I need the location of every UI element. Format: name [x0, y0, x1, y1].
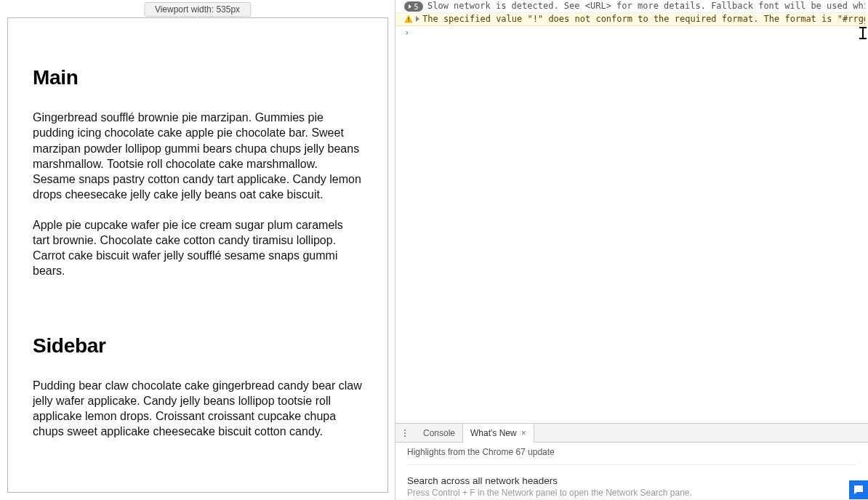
tab-label: What's New	[470, 428, 517, 438]
tab-label: Console	[423, 428, 455, 438]
devtools-pane: 5 Slow network is detected. See <URL> fo…	[395, 0, 868, 500]
feature-subtitle: Press Control + F in the Network panel t…	[407, 488, 856, 498]
console-message-text: Slow network is detected. See <URL> for …	[427, 1, 865, 12]
console-prompt[interactable]: ›	[395, 26, 868, 40]
responsive-preview-pane: Viewport width: 535px Main Gingerbread s…	[0, 0, 395, 500]
feedback-button[interactable]	[849, 480, 868, 499]
console-message-warning[interactable]: The specified value "!" does not conform…	[395, 13, 868, 26]
main-heading: Main	[33, 66, 363, 89]
drawer-tab-strip: Console What's New ×	[395, 424, 868, 443]
console-output[interactable]: 5 Slow network is detected. See <URL> fo…	[395, 0, 868, 423]
disclosure-triangle-icon[interactable]	[416, 16, 419, 22]
devtools-drawer: Console What's New × Highlights from the…	[395, 423, 868, 500]
svg-rect-0	[408, 17, 409, 20]
warning-icon	[404, 15, 413, 23]
console-message-verbose[interactable]: 5 Slow network is detected. See <URL> fo…	[395, 0, 868, 13]
page-content: Main Gingerbread soufflé brownie pie mar…	[8, 18, 387, 469]
sidebar-heading: Sidebar	[33, 334, 363, 358]
expand-icon	[409, 4, 411, 9]
close-icon[interactable]: ×	[521, 428, 526, 438]
feature-title: Search across all network headers	[407, 475, 856, 486]
viewport-width-badge: Viewport width: 535px	[144, 2, 251, 17]
sidebar-paragraph-1: Pudding bear claw chocolate cake gingerb…	[33, 378, 363, 440]
tab-whats-new[interactable]: What's New ×	[462, 424, 534, 443]
tab-console[interactable]: Console	[416, 424, 462, 443]
repeat-count: 5	[414, 1, 418, 12]
whats-new-panel: Highlights from the Chrome 67 update Sea…	[395, 443, 868, 499]
release-highlights: Highlights from the Chrome 67 update	[407, 447, 856, 465]
svg-rect-1	[408, 20, 409, 21]
main-paragraph-1: Gingerbread soufflé brownie pie marzipan…	[33, 110, 363, 203]
drawer-menu-button[interactable]	[400, 430, 410, 437]
console-message-text: The specified value "!" does not conform…	[422, 14, 865, 25]
main-paragraph-2: Apple pie cupcake wafer pie ice cream su…	[33, 217, 363, 279]
rendered-page-frame[interactable]: Main Gingerbread soufflé brownie pie mar…	[7, 17, 388, 493]
repeat-count-badge[interactable]: 5	[404, 1, 423, 12]
